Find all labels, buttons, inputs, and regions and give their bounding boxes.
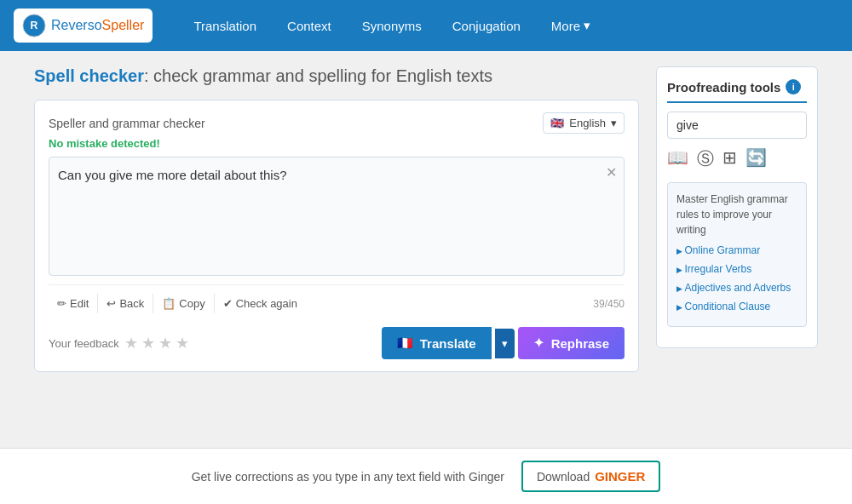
link-online-grammar[interactable]: Online Grammar [676, 243, 797, 258]
toolbar: ✏ Edit ↩ Back 📋 Copy ✔ Check again 39/45… [49, 284, 625, 318]
nav-translation[interactable]: Translation [178, 0, 272, 51]
nav-links: Translation Context Synonyms Conjugation… [178, 0, 606, 51]
feedback-label: Your feedback ★ ★ ★ ★ [49, 334, 189, 352]
check-again-button[interactable]: ✔ Check again [215, 294, 306, 313]
rephrase-button[interactable]: ✦ Rephrase [518, 327, 625, 359]
star-4[interactable]: ★ [176, 334, 189, 352]
proofreading-title: Proofreading tools [667, 80, 780, 94]
grammar-text: Master English grammar rules to improve … [676, 193, 788, 236]
grid-icon[interactable]: ⊞ [722, 147, 737, 170]
language-selector[interactable]: 🇬🇧 English ▾ [543, 112, 625, 134]
copy-icon: 📋 [162, 297, 176, 310]
right-panel: Proofreading tools i 📖 Ⓢ ⊞ 🔄 Master Engl… [656, 66, 818, 372]
grammar-links: Online Grammar Irregular Verbs Adjective… [676, 243, 797, 314]
ginger-logo: GINGER [595, 469, 645, 484]
main-content: Spell checker: check grammar and spellin… [0, 51, 852, 381]
logo[interactable]: R ReversoSpeller [14, 9, 153, 43]
link-conditional-clause[interactable]: Conditional Clause [676, 299, 797, 314]
copy-button[interactable]: 📋 Copy [153, 294, 214, 313]
download-button[interactable]: Download GINGER [521, 461, 660, 492]
no-mistake-status: No mistake detected! [49, 137, 625, 150]
nav-conjugation[interactable]: Conjugation [437, 0, 536, 51]
star-rating[interactable]: ★ ★ ★ ★ [124, 334, 189, 352]
proofreading-box: Proofreading tools i 📖 Ⓢ ⊞ 🔄 Master Engl… [656, 66, 818, 348]
check-icon: ✔ [223, 297, 233, 310]
close-button[interactable]: ✕ [606, 164, 617, 180]
edit-button[interactable]: ✏ Edit [49, 294, 98, 313]
info-icon[interactable]: i [786, 79, 801, 94]
svg-text:R: R [31, 20, 38, 32]
bottom-banner: Get live corrections as you type in any … [0, 448, 852, 504]
nav-context[interactable]: Context [272, 0, 347, 51]
tool-icons: 📖 Ⓢ ⊞ 🔄 [667, 147, 807, 170]
action-buttons: 🇫🇷 Translate ▾ ✦ Rephrase [382, 327, 625, 359]
logo-icon: R [22, 14, 46, 37]
navbar: R ReversoSpeller Translation Context Syn… [0, 0, 852, 51]
scrabble-icon[interactable]: Ⓢ [697, 147, 714, 170]
flag-fr-icon: 🇫🇷 [397, 335, 413, 351]
star-1[interactable]: ★ [124, 334, 138, 352]
logo-text: ReversoSpeller [51, 18, 144, 33]
feedback-row: Your feedback ★ ★ ★ ★ 🇫🇷 Translate ▾ [49, 327, 625, 359]
edit-icon: ✏ [57, 297, 66, 310]
banner-text: Get live corrections as you type in any … [192, 470, 504, 484]
star-2[interactable]: ★ [141, 334, 155, 352]
nav-more[interactable]: More ▾ [536, 0, 606, 51]
rephrase-icon: ✦ [533, 335, 544, 351]
checker-title: Speller and grammar checker [49, 117, 205, 130]
search-input[interactable] [667, 112, 807, 139]
chevron-down-icon: ▾ [584, 18, 590, 33]
grammar-box: Master English grammar rules to improve … [667, 182, 807, 327]
link-adjectives-adverbs[interactable]: Adjectives and Adverbs [676, 280, 797, 295]
link-irregular-verbs[interactable]: Irregular Verbs [676, 261, 797, 277]
text-area[interactable]: Can you give me more detail about this? … [49, 157, 625, 276]
proofreading-header: Proofreading tools i [667, 79, 807, 94]
nav-synonyms[interactable]: Synonyms [347, 0, 437, 51]
checker-box: Speller and grammar checker 🇬🇧 English ▾… [34, 100, 639, 372]
checker-header: Speller and grammar checker 🇬🇧 English ▾ [49, 112, 625, 134]
translate-icon[interactable]: 🔄 [746, 147, 767, 170]
chevron-down-icon: ▾ [502, 337, 508, 350]
char-count: 39/450 [593, 298, 625, 310]
left-panel: Spell checker: check grammar and spellin… [34, 66, 639, 372]
page-title: Spell checker: check grammar and spellin… [34, 66, 639, 86]
back-icon: ↩ [106, 297, 116, 310]
divider [667, 101, 807, 103]
input-text: Can you give me more detail about this? [58, 168, 286, 182]
back-button[interactable]: ↩ Back [98, 294, 153, 313]
translate-dropdown-button[interactable]: ▾ [495, 329, 515, 358]
star-3[interactable]: ★ [158, 334, 172, 352]
translate-button[interactable]: 🇫🇷 Translate [382, 327, 492, 359]
book-icon[interactable]: 📖 [667, 147, 688, 170]
flag-icon: 🇬🇧 [550, 117, 564, 129]
chevron-down-icon: ▾ [611, 117, 617, 129]
